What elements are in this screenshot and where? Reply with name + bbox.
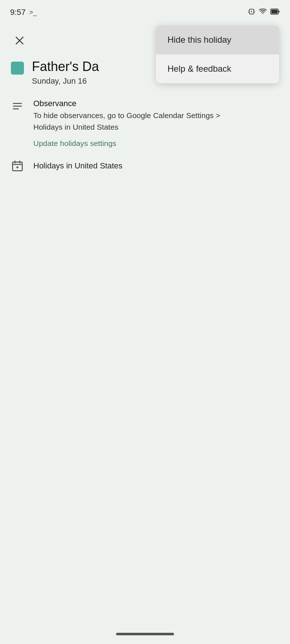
calendar-name: Holidays in United States — [33, 161, 123, 171]
svg-rect-8 — [272, 9, 278, 13]
home-indicator — [116, 633, 174, 635]
svg-point-19 — [16, 167, 18, 168]
observance-description: To hide observances, go to Google Calend… — [33, 110, 244, 133]
observance-row: Observance To hide observances, go to Go… — [11, 99, 279, 148]
svg-rect-4 — [254, 12, 255, 13]
svg-rect-9 — [278, 11, 279, 13]
status-icons-group — [248, 8, 280, 17]
help-feedback-item[interactable]: Help & feedback — [156, 54, 279, 83]
svg-rect-1 — [248, 10, 249, 11]
close-button[interactable] — [11, 32, 28, 49]
wifi-icon — [259, 8, 267, 17]
dropdown-menu: Hide this holiday Help & feedback — [156, 25, 279, 83]
close-icon — [14, 35, 25, 46]
update-holidays-link[interactable]: Update holidays settings — [33, 139, 244, 148]
svg-point-5 — [251, 11, 252, 12]
event-title-block: Father's Da Sunday, Jun 16 — [32, 59, 99, 86]
observance-text-block: Observance To hide observances, go to Go… — [33, 99, 244, 148]
battery-icon — [270, 8, 280, 17]
status-bar: 9:57 >_ — [0, 0, 290, 22]
event-date: Sunday, Jun 16 — [32, 76, 99, 86]
svg-rect-3 — [248, 12, 249, 13]
svg-rect-2 — [254, 10, 255, 11]
vibrate-icon — [248, 8, 255, 17]
observance-icon — [11, 100, 24, 113]
event-title: Father's Da — [32, 59, 99, 74]
clock-time: 9:57 — [10, 8, 26, 17]
status-time-group: 9:57 >_ — [10, 8, 37, 17]
calendar-icon — [11, 159, 24, 172]
hide-holiday-item[interactable]: Hide this holiday — [156, 25, 279, 54]
svg-point-6 — [262, 13, 264, 14]
calendar-row: Holidays in United States — [11, 159, 279, 172]
terminal-icon: >_ — [29, 9, 37, 16]
event-color-indicator — [11, 62, 24, 75]
observance-label: Observance — [33, 99, 244, 108]
